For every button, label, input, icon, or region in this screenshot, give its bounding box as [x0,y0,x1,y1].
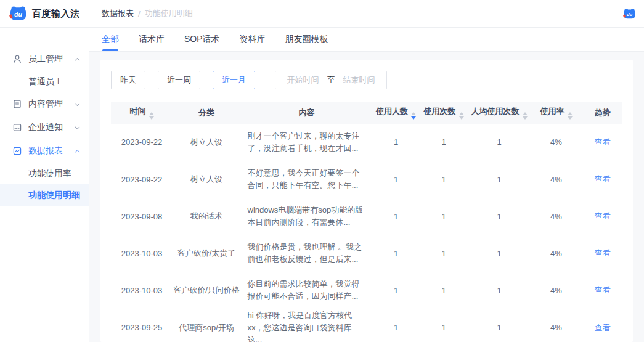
column-header-4[interactable]: 使用次数 [419,102,468,124]
tab-4[interactable]: 朋友圈模板 [285,28,328,51]
cell-content: 你目前的需求比较简单，我觉得报价可能不合适，因为同样产... [240,272,373,309]
cell-times: 1 [419,272,468,309]
column-header-6[interactable]: 使用率 [530,102,582,124]
chevron-down-icon [74,101,81,108]
quick-filter-2[interactable]: 近一月 [213,71,255,89]
table-row: 2023-09-22树立人设刚才一个客户过来，聊的太专注了，没注意看手机，现在才… [111,124,622,161]
cell-times: 1 [419,161,468,198]
top-header: du 百度输入法 数据报表 / 功能使用明细 du [0,0,644,28]
view-link[interactable]: 查看 [595,137,611,147]
sort-icon [459,112,464,120]
cell-avg-times: 1 [468,161,530,198]
sidebar-subitem-3-0[interactable]: 功能使用率 [0,163,89,184]
column-header-7: 趋势 [582,102,622,124]
column-label: 分类 [198,108,214,117]
cell-category: 我的话术 [173,198,240,235]
table-row: 2023-10-03客户砍价/只问价格你目前的需求比较简单，我觉得报价可能不合适… [111,272,622,309]
content-preview: 你目前的需求比较简单，我觉得报价可能不合适，因为同样产... [248,278,366,303]
cell-times: 1 [419,235,468,272]
content-preview: hi 你好呀，我是百度官方核代xx，您这边是咨询口袋资料库这... [248,309,366,342]
tab-2[interactable]: SOP话术 [184,28,220,51]
content-card: 昨天近一周近一月 开始时间 至 结束时间 时间分类内容使用人数使用次数人均使用次… [100,60,633,342]
sidebar-item-enterprise-notice[interactable]: 企业通知 [0,116,89,139]
cell-avg-times: 1 [468,309,530,342]
category-tabs: 全部话术库SOP话术资料库朋友圈模板 [89,28,644,52]
cell-rate: 4% [530,124,582,161]
content-preview: 刚才一个客户过来，聊的太专注了，没注意看手机，现在才回... [248,130,366,155]
column-label: 使用率 [540,107,565,116]
column-label: 时间 [130,107,146,116]
sidebar-item-label: 企业通知 [28,122,63,133]
app-logo[interactable]: du 百度输入法 [0,0,89,27]
chevron-down-icon [74,124,81,131]
main-content: 全部话术库SOP话术资料库朋友圈模板 昨天近一周近一月 开始时间 至 结束时间 … [89,28,644,342]
breadcrumb-separator: / [138,9,141,18]
breadcrumb-section[interactable]: 数据报表 [102,8,134,19]
sidebar-item-employee-management[interactable]: 员工管理 [0,47,89,71]
notice-icon [12,123,22,132]
document-icon [12,99,22,109]
user-icon [12,54,22,64]
svg-text:du: du [627,12,633,17]
column-header-2: 内容 [240,102,373,124]
sidebar-item-data-report[interactable]: 数据报表 [0,139,89,163]
cell-category: 树立人设 [173,161,240,198]
cell-content: windows电脑端带有sop功能的版本目前内测阶段，有需要体... [240,198,373,235]
cell-users: 1 [373,272,419,309]
chevron-up-icon [74,148,81,155]
tab-3[interactable]: 资料库 [240,28,266,51]
baidu-bear-icon: du [9,6,27,22]
cell-time: 2023-10-03 [111,235,173,272]
view-link[interactable]: 查看 [595,211,611,221]
quick-filter-0[interactable]: 昨天 [111,71,145,89]
content-preview: 我们价格是贵，我也理解 。我之前也和老板反馈过，但是后来... [248,241,366,266]
cell-times: 1 [419,124,468,161]
cell-time: 2023-09-22 [111,124,173,161]
sidebar: 员工管理普通员工内容管理企业通知数据报表功能使用率功能使用明细 [0,28,89,342]
view-link[interactable]: 查看 [595,285,611,295]
cell-trend: 查看 [582,309,622,342]
cell-rate: 4% [530,272,582,309]
cell-category: 树立人设 [173,124,240,161]
cell-users: 1 [373,124,419,161]
table-row: 2023-10-03客户砍价/太贵了我们价格是贵，我也理解 。我之前也和老板反馈… [111,235,622,272]
sidebar-subitem-0-0[interactable]: 普通员工 [0,71,89,92]
end-date-placeholder[interactable]: 结束时间 [343,75,375,86]
content-preview: windows电脑端带有sop功能的版本目前内测阶段，有需要体... [248,204,366,229]
report-icon [12,146,22,156]
sidebar-item-content-management[interactable]: 内容管理 [0,92,89,116]
column-label: 使用人数 [376,107,408,116]
column-label: 趋势 [595,108,611,117]
tab-0[interactable]: 全部 [102,28,119,51]
column-header-3[interactable]: 使用人数 [373,102,419,124]
cell-time: 2023-10-03 [111,272,173,309]
start-date-placeholder[interactable]: 开始时间 [287,75,319,86]
cell-content: hi 你好呀，我是百度官方核代xx，您这边是咨询口袋资料库这... [240,309,373,342]
cell-users: 1 [373,235,419,272]
cell-users: 1 [373,198,419,235]
chevron-up-icon [74,56,81,63]
cell-rate: 4% [530,198,582,235]
view-link[interactable]: 查看 [595,323,611,332]
cell-rate: 4% [530,235,582,272]
usage-detail-table: 时间分类内容使用人数使用次数人均使用次数使用率趋势 2023-09-22树立人设… [111,102,622,342]
view-link[interactable]: 查看 [595,248,611,258]
table-row: 2023-09-25代理商sop/开场hi 你好呀，我是百度官方核代xx，您这边… [111,309,622,342]
sidebar-subitem-3-1[interactable]: 功能使用明细 [0,184,89,206]
sidebar-item-label: 数据报表 [28,145,63,157]
cell-users: 1 [373,309,419,342]
cell-times: 1 [419,309,468,342]
cell-content: 不好意思，我今天正好要签一个合同，只能下午有空。您下午... [240,161,373,198]
cell-content: 我们价格是贵，我也理解 。我之前也和老板反馈过，但是后来... [240,235,373,272]
cell-time: 2023-09-22 [111,161,173,198]
date-range-picker[interactable]: 开始时间 至 结束时间 [275,71,387,89]
column-header-5[interactable]: 人均使用次数 [468,102,530,124]
column-label: 人均使用次数 [471,107,520,116]
quick-filter-1[interactable]: 近一周 [158,71,200,89]
baidu-du-badge-icon[interactable]: du [623,8,636,20]
view-link[interactable]: 查看 [595,174,611,184]
cell-trend: 查看 [582,272,622,309]
cell-rate: 4% [530,309,582,342]
tab-1[interactable]: 话术库 [139,28,165,51]
column-header-0[interactable]: 时间 [111,102,173,124]
